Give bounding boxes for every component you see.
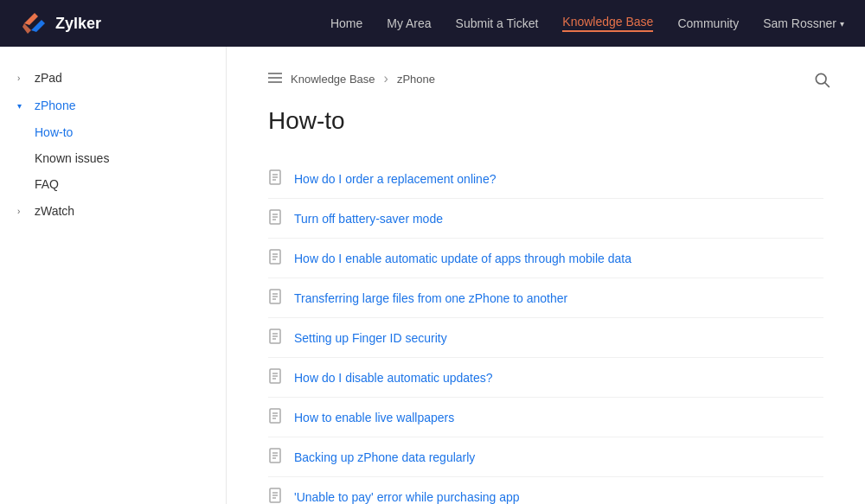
main-content: Knowledge Base › zPhone How-to How do I … [227,47,865,504]
sidebar-child-known-issues[interactable]: Known issues [28,145,226,171]
doc-icon [268,169,284,188]
sidebar-zphone-children: How-to Known issues FAQ [0,119,226,197]
sidebar-item-zpad[interactable]: › zPad [0,64,226,92]
article-item[interactable]: Backing up zPhone data regularly [268,437,823,477]
breadcrumb-zphone[interactable]: zPhone [397,73,435,86]
document-icon [268,209,282,225]
article-item[interactable]: How do I disable automatic updates? [268,358,823,398]
sidebar-item-zwatch[interactable]: › zWatch [0,197,226,225]
document-icon [268,408,282,424]
main-nav: Home My Area Submit a Ticket Knowledge B… [330,15,844,32]
sidebar-item-label: zPad [35,71,208,85]
nav-community[interactable]: Community [677,16,739,30]
header: Zylker Home My Area Submit a Ticket Know… [0,0,865,47]
svg-rect-7 [268,81,282,83]
nav-submit-ticket[interactable]: Submit a Ticket [456,16,539,30]
doc-icon [268,408,284,426]
sidebar-child-faq[interactable]: FAQ [28,171,226,197]
sidebar-item-zphone[interactable]: ▾ zPhone [0,92,226,119]
article-item[interactable]: 'Unable to pay' error while purchasing a… [268,477,823,504]
document-icon [268,249,282,265]
chevron-right-icon: › [17,73,28,83]
sidebar: › zPad ▾ zPhone How-to Known issues FAQ … [0,47,227,504]
document-icon [268,368,282,384]
chevron-right-icon: › [17,207,28,216]
svg-marker-2 [22,23,31,34]
breadcrumb-knowledge-base[interactable]: Knowledge Base [291,73,375,86]
layout: › zPad ▾ zPhone How-to Known issues FAQ … [0,47,865,504]
breadcrumb-separator: › [384,71,388,86]
article-item[interactable]: How to enable live wallpapers [268,398,823,437]
nav-home[interactable]: Home [330,16,362,30]
article-link[interactable]: How do I order a replacement online? [294,172,496,186]
svg-line-4 [825,83,830,87]
article-link[interactable]: 'Unable to pay' error while purchasing a… [294,490,520,504]
page-title: How-to [268,107,823,135]
nav-knowledge-base[interactable]: Knowledge Base [562,15,653,32]
document-icon [268,448,282,463]
svg-marker-0 [24,13,38,25]
doc-icon [268,448,284,466]
article-link[interactable]: Backing up zPhone data regularly [294,450,475,464]
sidebar-item-label: zPhone [35,99,208,112]
breadcrumb-menu-icon [268,72,282,86]
articles-list: How do I order a replacement online? Tur… [268,159,823,504]
doc-icon [268,329,284,347]
breadcrumb: Knowledge Base › zPhone [268,71,823,86]
logo: Zylker [21,10,101,37]
sidebar-item-label: zWatch [35,204,208,218]
article-item[interactable]: How do I enable automatic update of apps… [268,239,823,278]
article-link[interactable]: Turn off battery-saver mode [294,212,443,226]
doc-icon [268,249,284,267]
nav-user-caret-icon: ▾ [840,19,844,29]
article-link[interactable]: Transferring large files from one zPhone… [294,291,567,305]
search-icon [813,71,830,88]
svg-rect-5 [268,73,282,74]
menu-icon [268,73,282,83]
article-item[interactable]: Turn off battery-saver mode [268,199,823,239]
nav-user[interactable]: Sam Rossner ▾ [763,16,844,30]
article-item[interactable]: Transferring large files from one zPhone… [268,278,823,318]
doc-icon [268,368,284,386]
article-link[interactable]: How to enable live wallpapers [294,411,454,424]
article-link[interactable]: Setting up Finger ID security [294,331,447,345]
document-icon [268,329,282,344]
doc-icon [268,209,284,227]
document-icon [268,488,282,503]
article-item[interactable]: How do I order a replacement online? [268,159,823,199]
nav-user-label: Sam Rossner [763,16,836,30]
article-link[interactable]: How do I disable automatic updates? [294,371,493,385]
doc-icon [268,289,284,307]
article-link[interactable]: How do I enable automatic update of apps… [294,252,631,265]
document-icon [268,289,282,304]
doc-icon [268,488,284,504]
article-item[interactable]: Setting up Finger ID security [268,318,823,358]
logo-icon [21,10,48,37]
sidebar-child-how-to[interactable]: How-to [28,119,226,145]
svg-marker-1 [31,20,45,32]
logo-text: Zylker [55,15,101,33]
svg-rect-6 [268,77,282,79]
search-button[interactable] [813,71,830,92]
document-icon [268,169,282,185]
chevron-down-icon: ▾ [17,101,28,111]
nav-my-area[interactable]: My Area [387,16,431,30]
